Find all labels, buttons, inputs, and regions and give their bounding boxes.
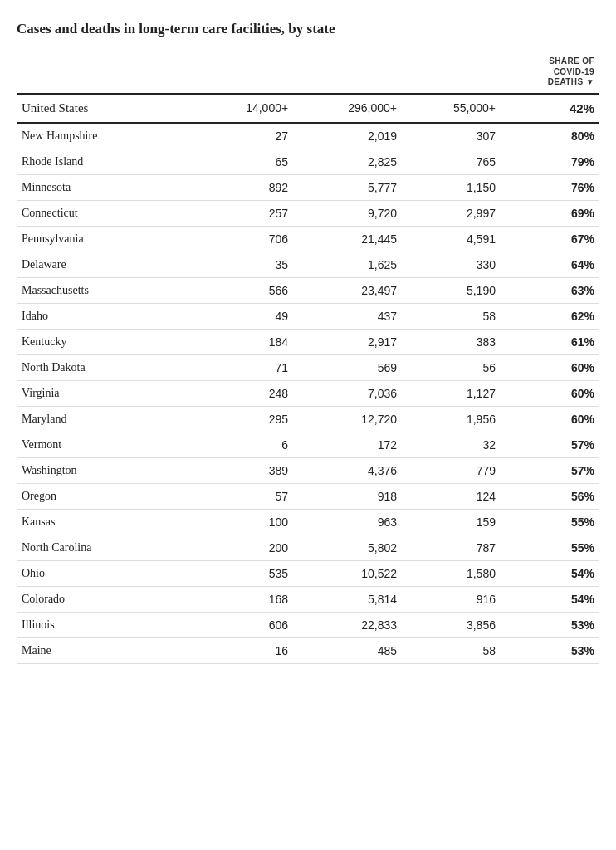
row-cases: 9,720	[293, 200, 402, 226]
row-share: 76%	[501, 174, 599, 200]
row-cases: 1,625	[293, 252, 402, 277]
row-deaths: 787	[402, 535, 501, 560]
row-state: Kansas	[17, 509, 184, 535]
row-state: Pennsylvania	[17, 226, 184, 252]
table-row: Pennsylvania 706 21,445 4,591 67%	[17, 226, 599, 252]
row-state: Rhode Island	[17, 149, 184, 174]
row-state: Washington	[17, 457, 184, 483]
table-row: New Hampshire 27 2,019 307 80%	[17, 123, 599, 149]
row-deaths: 383	[402, 329, 501, 354]
row-cases: 5,777	[293, 174, 402, 200]
row-facilities: 606	[184, 612, 293, 638]
row-cases: 4,376	[293, 457, 402, 483]
row-facilities: 6	[184, 432, 293, 457]
row-share: 61%	[501, 329, 599, 354]
row-cases: 437	[293, 303, 402, 329]
table-row: North Dakota 71 569 56 60%	[17, 354, 599, 380]
col-header-deaths	[402, 53, 501, 94]
row-state: New Hampshire	[17, 123, 184, 149]
row-deaths: 56	[402, 354, 501, 380]
row-deaths: 3,856	[402, 612, 501, 638]
row-facilities: 257	[184, 200, 293, 226]
table-row: Vermont 6 172 32 57%	[17, 432, 599, 457]
total-row: United States 14,000+ 296,000+ 55,000+ 4…	[17, 94, 599, 123]
row-facilities: 200	[184, 535, 293, 560]
table-row: Maine 16 485 58 53%	[17, 638, 599, 663]
row-share: 57%	[501, 432, 599, 457]
row-state: Maine	[17, 638, 184, 663]
col-header-state	[17, 53, 184, 94]
table-row: Colorado 168 5,814 916 54%	[17, 586, 599, 612]
row-cases: 172	[293, 432, 402, 457]
total-cases: 296,000+	[293, 94, 402, 123]
row-facilities: 295	[184, 406, 293, 432]
total-facilities: 14,000+	[184, 94, 293, 123]
row-share: 80%	[501, 123, 599, 149]
row-share: 64%	[501, 252, 599, 277]
row-facilities: 27	[184, 123, 293, 149]
row-deaths: 4,591	[402, 226, 501, 252]
table-row: Minnesota 892 5,777 1,150 76%	[17, 174, 599, 200]
row-cases: 485	[293, 638, 402, 663]
row-cases: 918	[293, 483, 402, 509]
total-share: 42%	[501, 94, 599, 123]
row-state: Massachusetts	[17, 277, 184, 303]
row-facilities: 168	[184, 586, 293, 612]
table-row: Maryland 295 12,720 1,956 60%	[17, 406, 599, 432]
row-share: 67%	[501, 226, 599, 252]
row-facilities: 35	[184, 252, 293, 277]
row-deaths: 58	[402, 638, 501, 663]
chart-title: Cases and deaths in long-term care facil…	[17, 20, 599, 38]
row-share: 55%	[501, 509, 599, 535]
row-facilities: 71	[184, 354, 293, 380]
row-state: Vermont	[17, 432, 184, 457]
row-share: 57%	[501, 457, 599, 483]
table-row: Oregon 57 918 124 56%	[17, 483, 599, 509]
row-cases: 963	[293, 509, 402, 535]
row-state: Ohio	[17, 560, 184, 586]
row-share: 60%	[501, 380, 599, 406]
row-state: Kentucky	[17, 329, 184, 354]
row-share: 60%	[501, 354, 599, 380]
row-cases: 7,036	[293, 380, 402, 406]
table-row: Connecticut 257 9,720 2,997 69%	[17, 200, 599, 226]
row-state: Delaware	[17, 252, 184, 277]
row-share: 69%	[501, 200, 599, 226]
row-facilities: 57	[184, 483, 293, 509]
row-cases: 21,445	[293, 226, 402, 252]
row-cases: 12,720	[293, 406, 402, 432]
table-row: Massachusetts 566 23,497 5,190 63%	[17, 277, 599, 303]
row-deaths: 1,127	[402, 380, 501, 406]
row-facilities: 566	[184, 277, 293, 303]
row-deaths: 32	[402, 432, 501, 457]
col-header-cases	[293, 53, 402, 94]
row-state: Illinois	[17, 612, 184, 638]
row-cases: 22,833	[293, 612, 402, 638]
row-deaths: 1,580	[402, 560, 501, 586]
total-deaths: 55,000+	[402, 94, 501, 123]
row-deaths: 2,997	[402, 200, 501, 226]
row-share: 56%	[501, 483, 599, 509]
row-cases: 5,814	[293, 586, 402, 612]
row-share: 53%	[501, 612, 599, 638]
row-deaths: 1,956	[402, 406, 501, 432]
row-state: Maryland	[17, 406, 184, 432]
row-share: 54%	[501, 560, 599, 586]
total-state: United States	[17, 94, 184, 123]
row-share: 62%	[501, 303, 599, 329]
table-row: North Carolina 200 5,802 787 55%	[17, 535, 599, 560]
table-row: Ohio 535 10,522 1,580 54%	[17, 560, 599, 586]
row-share: 60%	[501, 406, 599, 432]
table-row: Rhode Island 65 2,825 765 79%	[17, 149, 599, 174]
row-state: Colorado	[17, 586, 184, 612]
row-state: North Dakota	[17, 354, 184, 380]
row-cases: 569	[293, 354, 402, 380]
row-facilities: 184	[184, 329, 293, 354]
row-share: 53%	[501, 638, 599, 663]
col-header-share: SHARE OFCOVID-19DEATHS ▼	[501, 53, 599, 94]
row-facilities: 389	[184, 457, 293, 483]
row-facilities: 16	[184, 638, 293, 663]
table-row: Virginia 248 7,036 1,127 60%	[17, 380, 599, 406]
row-cases: 23,497	[293, 277, 402, 303]
table-row: Kansas 100 963 159 55%	[17, 509, 599, 535]
